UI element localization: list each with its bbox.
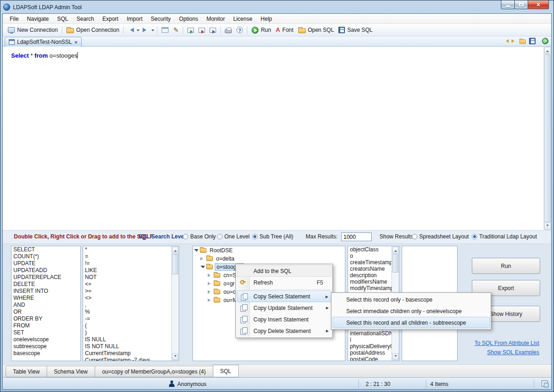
menu-item-add-to-sql[interactable]: Add to the SQL — [237, 265, 331, 277]
sql-keywords-list[interactable]: SELECT COUNT(*) UPDATE UPDATEADD UPDATER… — [11, 246, 81, 361]
list-item[interactable]: UPDATE — [12, 260, 80, 267]
list-item[interactable]: internationaliSDNNumber — [348, 330, 391, 337]
tab-membergroup[interactable]: ou=copy of MemberGroupA,o=stooges (4) — [95, 366, 213, 377]
show-sql-examples-link[interactable]: Show SQL Examples — [487, 349, 539, 356]
menu-options[interactable]: Options — [175, 14, 202, 24]
menu-item-copy-select[interactable]: Copy Select Statement — [237, 291, 331, 302]
menu-sql[interactable]: SQL — [53, 14, 72, 24]
list-item[interactable]: = — [83, 253, 171, 260]
menu-license[interactable]: License — [229, 14, 256, 24]
list-item[interactable]: >= — [83, 288, 171, 295]
menu-item-refresh[interactable]: RefreshF5 — [237, 277, 331, 288]
editor-scrollbar[interactable] — [543, 47, 551, 230]
nav-back-icon[interactable] — [504, 39, 509, 43]
list-item[interactable]: onelevelscope — [12, 336, 80, 343]
list-item[interactable]: IS NOT NULL — [83, 343, 171, 350]
list-item[interactable]: COUNT(*) — [12, 253, 80, 260]
menu-help[interactable]: Help — [257, 14, 277, 24]
list-item[interactable]: ORDER BY — [12, 315, 80, 322]
collapse-icon[interactable] — [200, 257, 205, 261]
collapse-icon[interactable] — [208, 273, 212, 277]
menu-monitor[interactable]: Monitor — [202, 14, 229, 24]
save-file-icon[interactable] — [529, 38, 536, 44]
list-item[interactable]: WHERE — [12, 295, 80, 302]
list-item[interactable]: subtreescope — [12, 343, 80, 350]
list-item[interactable]: CurrentTimestamp -7 days — [83, 357, 171, 361]
list-item[interactable]: description — [348, 272, 391, 279]
scrollbar-thumb[interactable] — [544, 54, 551, 222]
nav-forward-icon[interactable] — [512, 39, 516, 43]
menu-file[interactable]: File — [6, 14, 23, 24]
tab-sql[interactable]: SQL — [213, 365, 239, 377]
list-item[interactable]: AND — [12, 302, 80, 309]
list-item[interactable]: creatorsName — [348, 266, 391, 272]
open-file-icon[interactable] — [519, 40, 526, 44]
editor-tab[interactable]: LdapSoftTest-NonSSL — [5, 37, 82, 47]
back-dropdown-icon[interactable] — [137, 30, 139, 33]
list-item[interactable]: SELECT — [12, 246, 80, 253]
save-sql-button[interactable]: Save SQL — [336, 26, 375, 34]
list-item[interactable]: * — [83, 246, 171, 253]
list-item[interactable]: , — [83, 302, 171, 309]
new-connection-button[interactable]: New Connection — [6, 26, 60, 34]
list-item[interactable]: <> — [83, 295, 171, 302]
list-item[interactable]: UPDATEADD — [12, 267, 80, 274]
submenu-item-onelevelscope[interactable]: Select immediate children only - oneleve… — [332, 305, 490, 317]
radio-spreadsheet-layout[interactable]: Spreadsheet Layout — [412, 233, 469, 240]
max-results-input[interactable] — [341, 232, 372, 241]
list-item[interactable]: basescope — [12, 350, 80, 357]
menu-item-copy-delete[interactable]: Copy Delete Statement — [237, 325, 331, 337]
radio-base-only[interactable]: Base Only — [183, 233, 216, 240]
menu-item-copy-insert[interactable]: Copy Insert Statement — [237, 314, 331, 325]
list-item[interactable]: ) — [83, 329, 171, 336]
forward-button[interactable] — [140, 27, 151, 33]
scrollbar-thumb[interactable] — [172, 254, 178, 274]
list-scrollbar[interactable] — [171, 246, 179, 361]
title-bar[interactable]: LDAPSoft LDAP Admin Tool — [3, 1, 484, 13]
print-button[interactable] — [223, 26, 234, 34]
list-item[interactable]: postalAddress — [348, 350, 391, 356]
list-item[interactable]: <= — [83, 281, 171, 288]
submenu-item-subtreescope[interactable]: Select this record and all children - su… — [332, 317, 490, 328]
list-item[interactable]: LIKE — [83, 267, 171, 274]
export-table-button-3[interactable] — [207, 27, 218, 34]
back-button[interactable] — [126, 27, 136, 33]
expand-icon[interactable] — [194, 249, 199, 254]
list-item[interactable]: IS NULL — [83, 336, 171, 343]
sql-tool-button[interactable] — [159, 26, 171, 34]
refresh-icon[interactable] — [542, 38, 548, 44]
menu-security[interactable]: Security — [146, 14, 175, 24]
scroll-down-icon[interactable] — [172, 353, 178, 360]
list-item[interactable]: objectClass — [348, 246, 391, 253]
list-item[interactable]: o — [348, 253, 391, 259]
list-item[interactable]: INSERT INTO — [12, 288, 80, 295]
tab-close-icon[interactable] — [74, 39, 78, 45]
menu-search[interactable]: Search — [72, 14, 98, 24]
open-connection-button[interactable]: Open Connection — [64, 26, 121, 34]
edit-button[interactable] — [171, 26, 181, 35]
run-query-button[interactable]: Run — [472, 258, 540, 274]
radio-traditional-layout[interactable]: Traditional Ldap Layout — [472, 233, 537, 240]
scrollbar-thumb[interactable] — [392, 254, 398, 273]
list-item[interactable]: FROM — [12, 322, 80, 329]
menu-export[interactable]: Export — [98, 14, 123, 24]
collapse-icon[interactable] — [208, 298, 212, 302]
list-item[interactable]: DELETE — [12, 281, 80, 288]
export-table-button-2[interactable] — [196, 27, 207, 34]
list-item[interactable]: physicalDeliveryOfficeName — [348, 343, 391, 350]
font-button[interactable]: Font — [273, 26, 295, 34]
submenu-item-basescope[interactable]: Select this record only - basescope — [332, 294, 490, 305]
menu-navigate[interactable]: Navigate — [23, 14, 53, 24]
open-sql-button[interactable]: Open SQL — [296, 26, 337, 34]
forward-dropdown-icon[interactable] — [151, 30, 154, 33]
radio-sub-tree[interactable]: Sub Tree (All) — [252, 233, 293, 240]
tree-node-rootdse[interactable]: RootDSE — [193, 246, 345, 255]
menu-import[interactable]: Import — [122, 14, 146, 24]
scroll-down-icon[interactable] — [544, 223, 551, 230]
radio-one-level[interactable]: One Level — [217, 233, 250, 240]
tab-table-view[interactable]: Table View — [6, 366, 47, 377]
scroll-up-icon[interactable] — [544, 47, 551, 54]
sql-operators-list[interactable]: * = != LIKE NOT <= >= <> , % -= ( ) IS N… — [83, 246, 179, 361]
list-item[interactable]: ( — [83, 322, 171, 329]
sql-editor[interactable]: Select * from o=stooges — [3, 47, 551, 231]
